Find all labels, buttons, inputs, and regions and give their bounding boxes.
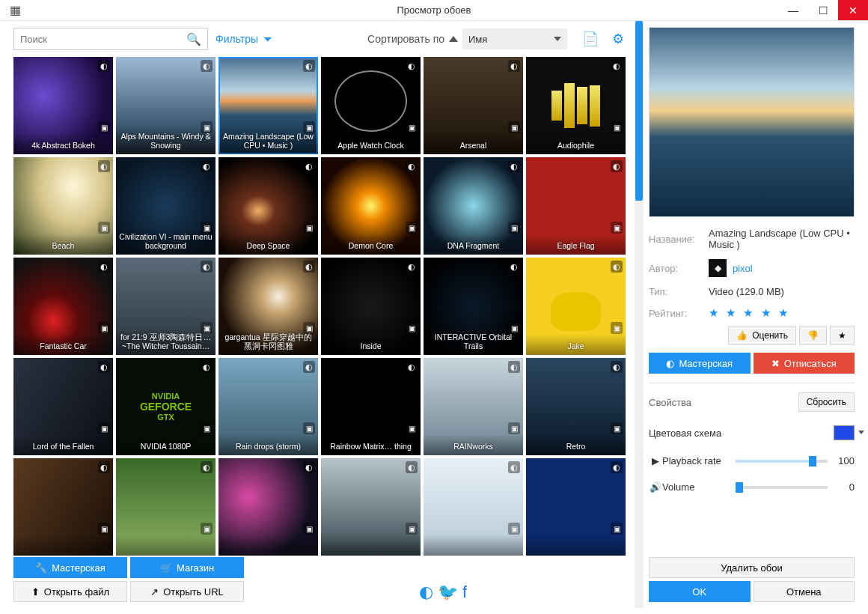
tile-caption [116, 535, 216, 556]
steam-badge-icon: ◐ [303, 261, 315, 273]
meta-block: Название: Amazing Landscape (Low CPU • M… [649, 228, 855, 320]
cancel-button[interactable]: Отмена [754, 581, 855, 602]
search-box[interactable]: 🔍 [13, 28, 208, 50]
wallpaper-tile[interactable]: Jake◐▣ [526, 258, 626, 355]
wallpaper-tile[interactable]: ◐▣ [321, 458, 421, 556]
close-button[interactable]: ✕ [838, 0, 868, 20]
window-title: Просмотр обоев [397, 4, 471, 16]
steam-badge-icon: ◐ [611, 160, 623, 172]
type-badge-icon: ▣ [406, 523, 418, 535]
gear-icon[interactable]: ⚙ [609, 31, 627, 47]
wallpaper-tile[interactable]: Inside◐▣ [321, 258, 421, 355]
tile-caption: Apple Watch Clock [321, 133, 421, 154]
sort-group: Сортировать по Имя [367, 28, 567, 49]
sort-direction-icon[interactable] [449, 36, 458, 42]
wallpaper-tile[interactable]: NVIDIAGEFORCEGTXNVIDIA 1080P◐▣ [116, 358, 216, 455]
tile-caption [13, 535, 113, 556]
type-badge-icon: ▣ [611, 523, 623, 535]
steam-badge-icon: ◐ [508, 160, 520, 172]
steam-badge-icon: ◐ [406, 361, 418, 373]
wallpaper-tile[interactable]: Civilization VI - main menu background◐▣ [116, 157, 216, 255]
tile-caption: Arsenal [424, 133, 523, 154]
open-url-button[interactable]: ↗Открыть URL [130, 581, 244, 602]
wallpaper-tile[interactable]: ◐▣ [13, 458, 113, 556]
search-icon[interactable]: 🔍 [186, 32, 201, 46]
wallpaper-tile[interactable]: Alps Mountains - Windy & Snowing◐▣ [116, 57, 216, 154]
wallpaper-tile[interactable]: Lord of the Fallen◐▣ [13, 358, 113, 455]
thumbs-up-icon: 👍 [736, 330, 748, 341]
wallpaper-tile[interactable]: Demon Core◐▣ [321, 157, 421, 255]
new-file-icon[interactable]: 📄 [579, 31, 602, 47]
wallpaper-tile[interactable]: ◐▣ [526, 458, 626, 556]
wallpaper-tile[interactable]: Arsenal◐▣ [424, 57, 523, 154]
minimize-button[interactable]: — [778, 0, 808, 20]
steam-badge-icon: ◐ [201, 361, 213, 373]
color-swatch[interactable] [834, 425, 855, 440]
ok-button[interactable]: OK [649, 581, 751, 602]
steam-badge-icon: ◐ [611, 461, 623, 473]
delete-wallpaper-button[interactable]: Удалить обои [649, 557, 855, 578]
filters-link[interactable]: Фильтры ⏷ [216, 33, 273, 45]
tile-caption: Deep Space [218, 234, 318, 255]
wallpaper-tile[interactable]: Fantastic Car◐▣ [13, 258, 113, 355]
steam-icon[interactable]: ◐ [419, 583, 433, 602]
author-label: Автор: [649, 263, 709, 274]
facebook-icon[interactable]: f [462, 583, 467, 602]
wallpaper-tile[interactable]: ◐▣ [218, 458, 318, 556]
wallpaper-tile[interactable]: RAINworks◐▣ [424, 358, 523, 455]
author-link[interactable]: pixol [733, 263, 753, 274]
play-icon: ▶ [649, 455, 662, 466]
rate-button[interactable]: 👍 Оценить [728, 326, 796, 345]
favorite-button[interactable]: ★ [830, 326, 855, 345]
toolbar: 🔍 Фильтры ⏷ Сортировать по Имя 📄 ⚙ [13, 27, 627, 51]
title-value: Amazing Landscape (Low CPU • Music ) [709, 228, 855, 250]
wallpaper-tile[interactable]: Rainbow Matrix… thing◐▣ [321, 358, 421, 455]
store-button[interactable]: 🛒Магазин [130, 557, 244, 578]
type-badge-icon: ▣ [611, 322, 623, 334]
open-file-button[interactable]: ⬆Открыть файл [13, 581, 127, 602]
wallpaper-tile[interactable]: Rain drops (storm)◐▣ [218, 358, 318, 455]
tile-caption: RAINworks [424, 434, 523, 455]
wallpaper-tile[interactable]: for 21:9 巫师3陶森特日… ~The Witcher Toussain…… [116, 258, 216, 355]
volume-slider[interactable] [736, 486, 828, 489]
wallpaper-tile[interactable]: 4k Abstract Bokeh◐▣ [13, 57, 113, 154]
reset-button[interactable]: Сбросить [798, 392, 855, 412]
unsubscribe-button[interactable]: ✖ Отписаться [754, 353, 855, 374]
type-badge-icon: ▣ [201, 121, 213, 133]
wallpaper-tile[interactable]: Audiophile◐▣ [526, 57, 626, 154]
thumbs-down-button[interactable]: 👎 [799, 326, 827, 345]
steam-badge-icon: ◐ [406, 261, 418, 273]
wallpaper-grid: 4k Abstract Bokeh◐▣Alps Mountains - Wind… [13, 57, 627, 556]
twitter-icon[interactable]: 🐦 [438, 583, 458, 602]
type-badge-icon: ▣ [98, 322, 110, 334]
workshop-button[interactable]: 🔧Мастерская [13, 557, 127, 578]
steam-badge-icon: ◐ [201, 60, 213, 72]
search-input[interactable] [20, 34, 186, 45]
maximize-button[interactable]: ☐ [808, 0, 838, 20]
playback-rate-label: Playback rate [662, 455, 730, 466]
type-badge-icon: ▣ [508, 523, 520, 535]
wallpaper-tile[interactable]: Retro◐▣ [526, 358, 626, 455]
volume-value: 0 [834, 481, 855, 493]
workshop-link-button[interactable]: ◐ Мастерская [649, 353, 751, 374]
filters-label: Фильтры [216, 33, 258, 45]
type-badge-icon: ▣ [303, 222, 315, 234]
steam-badge-icon: ◐ [406, 60, 418, 72]
sort-select[interactable]: Имя [462, 28, 567, 49]
wallpaper-tile[interactable]: Deep Space◐▣ [218, 157, 318, 255]
playback-rate-slider[interactable] [736, 460, 828, 463]
wallpaper-tile[interactable]: ◐▣ [424, 458, 523, 556]
wallpaper-tile[interactable]: Eagle Flag◐▣ [526, 157, 626, 255]
wallpaper-tile[interactable]: Apple Watch Clock◐▣ [321, 57, 421, 154]
scrollbar[interactable] [635, 21, 644, 608]
scrollbar-thumb[interactable] [635, 21, 643, 201]
wallpaper-tile[interactable]: ◐▣ [116, 458, 216, 556]
wallpaper-tile[interactable]: Beach◐▣ [13, 157, 113, 255]
wallpaper-tile[interactable]: Amazing Landscape (Low CPU • Music )◐▣ [218, 57, 318, 154]
wallpaper-tile[interactable]: gargantua 星际穿越中的黑洞卡冈图雅◐▣ [218, 258, 318, 355]
wallpaper-tile[interactable]: INTERACTIVE Orbital Trails◐▣ [424, 258, 523, 355]
wallpaper-tile[interactable]: DNA Fragment◐▣ [424, 157, 523, 255]
upload-icon: ⬆ [31, 586, 40, 598]
type-badge-icon: ▣ [508, 222, 520, 234]
steam-badge-icon: ◐ [611, 361, 623, 373]
